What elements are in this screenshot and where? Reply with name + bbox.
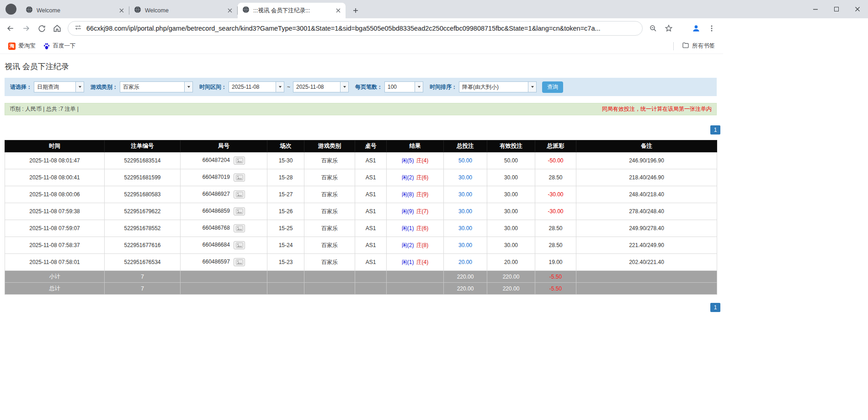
result-player: 闲(5) bbox=[402, 157, 414, 164]
tab-welcome-1[interactable]: Welcome bbox=[21, 3, 129, 18]
tab-close-button[interactable] bbox=[335, 7, 342, 14]
round-snapshot-button[interactable] bbox=[234, 241, 245, 249]
cell-time: 2025-11-08 07:59:38 bbox=[5, 203, 105, 220]
cell-result: 闲(2)庄(6) bbox=[387, 169, 444, 186]
bookmark-item-aitaobao[interactable]: 淘 爱淘宝 bbox=[5, 41, 39, 51]
round-snapshot-button[interactable] bbox=[234, 258, 245, 266]
cell-session: 15-23 bbox=[267, 254, 304, 271]
empty-cell bbox=[267, 271, 304, 283]
cell-bet-id: 522951677616 bbox=[105, 237, 181, 254]
tab-title: Welcome bbox=[145, 7, 223, 14]
currency-summary-text: 币别 : 人民币 | 总共 :7 注单 | bbox=[10, 105, 79, 113]
cell-time: 2025-11-08 07:59:07 bbox=[5, 220, 105, 237]
globe-favicon-icon bbox=[242, 6, 250, 15]
url-text: 66cxkj98.com/ipl/portal.php/game/betreco… bbox=[86, 25, 601, 32]
page-button-1[interactable]: 1 bbox=[710, 125, 720, 135]
chevron-down-icon[interactable] bbox=[415, 82, 423, 92]
pagination-top: 1 bbox=[5, 125, 720, 135]
maximize-button[interactable] bbox=[826, 0, 847, 18]
cell-round: 660486859 bbox=[181, 203, 267, 220]
tab-close-button[interactable] bbox=[118, 7, 125, 14]
chevron-down-icon[interactable] bbox=[340, 82, 348, 92]
date-from-select[interactable]: 2025-11-08 bbox=[229, 81, 284, 92]
total-bet-link[interactable]: 30.00 bbox=[458, 242, 472, 248]
total-total-bet: 220.00 bbox=[444, 283, 487, 295]
total-bet-link[interactable]: 30.00 bbox=[458, 174, 472, 181]
round-snapshot-button[interactable] bbox=[234, 156, 245, 165]
query-type-value: 日期查询 bbox=[34, 83, 75, 91]
bookmark-label: 爱淘宝 bbox=[18, 42, 36, 50]
round-snapshot-button[interactable] bbox=[234, 207, 245, 215]
chevron-down-icon[interactable] bbox=[184, 82, 192, 92]
total-bet-link[interactable]: 30.00 bbox=[458, 225, 472, 232]
total-bet-link[interactable]: 30.00 bbox=[458, 208, 472, 215]
site-settings-icon[interactable] bbox=[75, 24, 82, 33]
bookmark-item-baidu[interactable]: 百度一下 bbox=[39, 41, 80, 51]
cell-session: 15-30 bbox=[267, 152, 304, 169]
result-banker: 庄(7) bbox=[416, 208, 429, 215]
chevron-down-icon[interactable] bbox=[528, 82, 536, 92]
cell-game-type: 百家乐 bbox=[304, 186, 355, 203]
result-banker: 庄(6) bbox=[416, 174, 429, 181]
subtotal-payout: -5.50 bbox=[535, 271, 576, 283]
profile-avatar-icon[interactable] bbox=[5, 4, 16, 15]
total-bet-link[interactable]: 50.00 bbox=[458, 157, 472, 164]
total-bet-link[interactable]: 20.00 bbox=[458, 259, 472, 265]
zoom-indicator-icon[interactable] bbox=[645, 21, 661, 36]
round-snapshot-button[interactable] bbox=[234, 190, 245, 199]
forward-button[interactable] bbox=[18, 21, 34, 36]
total-payout: -5.50 bbox=[535, 283, 576, 295]
minimize-button[interactable] bbox=[805, 0, 826, 18]
profile-button[interactable] bbox=[688, 21, 704, 36]
date-to-value: 2025-11-08 bbox=[293, 84, 340, 90]
game-type-select[interactable]: 百家乐 bbox=[120, 81, 193, 92]
cell-bet-id: 522951680583 bbox=[105, 186, 181, 203]
empty-cell bbox=[304, 271, 355, 283]
bookmark-star-icon[interactable] bbox=[661, 21, 676, 36]
cell-note: 248.40/218.40 bbox=[576, 186, 717, 203]
cell-table-no: AS1 bbox=[355, 152, 387, 169]
home-button[interactable] bbox=[49, 21, 65, 36]
search-button[interactable]: 查询 bbox=[542, 81, 563, 93]
url-bar[interactable]: 66cxkj98.com/ipl/portal.php/game/betreco… bbox=[68, 21, 643, 36]
total-count: 7 bbox=[105, 283, 181, 295]
close-button[interactable] bbox=[847, 0, 868, 18]
cell-total-bet: 30.00 bbox=[444, 237, 487, 254]
column-header: 游戏类别 bbox=[304, 140, 355, 152]
cell-valid-bet: 30.00 bbox=[487, 186, 535, 203]
tab-betrecord[interactable]: :::视讯 会员下注纪录::: bbox=[238, 3, 346, 18]
page-size-select[interactable]: 100 bbox=[384, 81, 423, 92]
browser-menu-icon[interactable] bbox=[704, 21, 719, 36]
cell-note: 249.90/278.40 bbox=[576, 220, 717, 237]
table-row: 2025-11-08 08:01:47 522951683514 6604872… bbox=[5, 152, 717, 169]
cell-round: 660486768 bbox=[181, 220, 267, 237]
back-button[interactable] bbox=[3, 21, 18, 36]
cell-result: 闲(2)庄(8) bbox=[387, 237, 444, 254]
chevron-down-icon[interactable] bbox=[75, 82, 84, 92]
date-to-select[interactable]: 2025-11-08 bbox=[293, 81, 349, 92]
page-button-1[interactable]: 1 bbox=[710, 303, 720, 312]
result-player: 闲(9) bbox=[402, 208, 414, 215]
total-bet-link[interactable]: 30.00 bbox=[458, 191, 472, 198]
tab-close-button[interactable] bbox=[226, 7, 234, 14]
round-snapshot-button[interactable] bbox=[234, 224, 245, 232]
total-valid-bet: 220.00 bbox=[487, 283, 535, 295]
total-label: 总计 bbox=[5, 283, 105, 295]
all-bookmarks-button[interactable]: 所有书签 bbox=[678, 40, 719, 52]
cell-session: 15-27 bbox=[267, 186, 304, 203]
cell-bet-id: 522951678552 bbox=[105, 220, 181, 237]
cell-time: 2025-11-08 07:58:37 bbox=[5, 237, 105, 254]
new-tab-button[interactable] bbox=[349, 4, 362, 17]
cell-round: 660487204 bbox=[181, 152, 267, 169]
sort-select[interactable]: 降幂(由大到小) bbox=[459, 81, 537, 92]
cell-table-no: AS1 bbox=[355, 237, 387, 254]
tab-welcome-2[interactable]: Welcome bbox=[129, 3, 237, 18]
taobao-icon: 淘 bbox=[8, 43, 16, 50]
cell-table-no: AS1 bbox=[355, 169, 387, 186]
cell-result: 闲(1)庄(6) bbox=[387, 220, 444, 237]
refresh-button[interactable] bbox=[34, 21, 49, 36]
chevron-down-icon[interactable] bbox=[276, 82, 284, 92]
result-banker: 庄(9) bbox=[416, 191, 429, 198]
query-type-select[interactable]: 日期查询 bbox=[34, 81, 84, 92]
round-snapshot-button[interactable] bbox=[234, 173, 245, 182]
